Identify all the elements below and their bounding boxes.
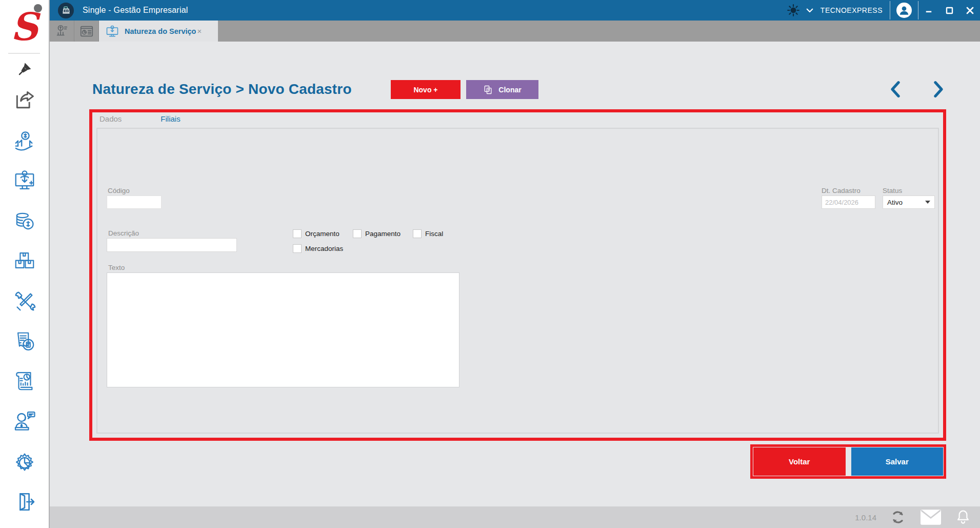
next-arrow-button[interactable] <box>930 81 947 98</box>
tab-filiais[interactable]: Filiais <box>161 114 180 123</box>
orcamento-checkbox-group: Orçamento <box>293 229 339 238</box>
texto-textarea[interactable] <box>107 272 459 387</box>
descricao-label: Descrição <box>108 229 139 237</box>
orcamento-checkbox[interactable] <box>293 229 302 238</box>
dropdown-caret-icon <box>925 201 930 204</box>
fiscal-label: Fiscal <box>425 230 443 238</box>
clone-icon <box>483 85 493 95</box>
sidebar: S <box>0 0 50 528</box>
version-label: 1.0.14 <box>855 513 876 522</box>
logo-dot <box>34 4 42 12</box>
maximize-button[interactable] <box>939 0 959 21</box>
pin-icon[interactable] <box>16 61 33 78</box>
chevron-down-icon[interactable] <box>803 0 816 21</box>
fiscal-checkbox[interactable] <box>413 229 422 238</box>
main-content: Natureza de Serviço > Novo Cadastro Novo… <box>50 42 980 506</box>
status-value: Ativo <box>887 199 903 206</box>
coins-icon[interactable] <box>13 210 36 232</box>
titlebar-right-cluster: TECNOEXPRESS <box>784 0 980 21</box>
share-icon[interactable] <box>13 88 36 112</box>
refresh-icon[interactable] <box>890 509 906 525</box>
tab-natureza-servico[interactable]: Natureza do Serviço × <box>99 21 218 42</box>
window-title: Single - Gestão Empresarial <box>83 6 188 15</box>
codigo-input[interactable] <box>107 195 162 209</box>
pagamento-checkbox-group: Pagamento <box>353 229 401 238</box>
panel-tabs: Dados Filiais <box>99 114 181 123</box>
footer-bar: 1.0.14 <box>50 506 980 528</box>
clonar-label: Clonar <box>498 86 521 94</box>
voltar-button[interactable]: Voltar <box>753 447 846 476</box>
bell-icon[interactable] <box>955 509 971 525</box>
tab-dados[interactable]: Dados <box>99 114 122 123</box>
action-buttons-panel: Voltar Salvar <box>750 444 946 479</box>
close-button[interactable] <box>959 0 980 21</box>
pagamento-label: Pagamento <box>365 230 401 238</box>
gear-chart-icon[interactable] <box>13 451 36 475</box>
theme-icon[interactable] <box>784 0 803 21</box>
application-window: S <box>0 0 980 528</box>
fiscal-checkbox-group: Fiscal <box>413 229 443 238</box>
mail-icon[interactable] <box>919 509 942 525</box>
page-title: Natureza de Serviço > Novo Cadastro <box>92 81 352 97</box>
prev-arrow-button[interactable] <box>887 81 904 98</box>
status-select[interactable]: Ativo <box>883 195 935 209</box>
title-bar: Single - Gestão Empresarial TECNOEXPRESS <box>50 0 980 21</box>
texto-label: Texto <box>108 264 125 271</box>
salvar-button[interactable]: Salvar <box>851 447 944 476</box>
company-name: TECNOEXPRESS <box>821 6 883 14</box>
sidebar-divider <box>8 53 40 54</box>
active-tab-label: Natureza do Serviço <box>125 27 196 35</box>
tab-close-icon[interactable]: × <box>197 27 202 35</box>
app-logo-icon <box>58 3 74 18</box>
tab-dashboard[interactable] <box>50 21 74 42</box>
report-scroll-icon[interactable] <box>13 369 36 393</box>
codigo-label: Código <box>108 187 130 194</box>
status-label: Status <box>883 187 902 194</box>
minimize-button[interactable] <box>918 0 939 21</box>
monitor-user-icon[interactable] <box>13 169 36 192</box>
mercadorias-checkbox[interactable] <box>293 244 302 253</box>
tab-list-view[interactable] <box>74 21 99 42</box>
form-panel: Dados Filiais Código Dt. Cadastro Status… <box>89 109 946 441</box>
support-agent-icon[interactable] <box>12 409 37 434</box>
tools-icon[interactable] <box>13 289 36 313</box>
dt-cadastro-input[interactable] <box>822 195 875 209</box>
orcamento-label: Orçamento <box>305 230 339 238</box>
revenue-hand-icon[interactable] <box>13 130 36 153</box>
panel-body: Código Dt. Cadastro Status Ativo Descriç… <box>96 128 939 434</box>
mercadorias-label: Mercadorias <box>305 245 343 252</box>
logout-icon[interactable] <box>13 490 36 514</box>
mercadorias-checkbox-group: Mercadorias <box>293 244 343 253</box>
pagamento-checkbox[interactable] <box>353 229 362 238</box>
single-logo[interactable]: S <box>6 5 43 48</box>
boxes-icon[interactable] <box>13 249 36 273</box>
descricao-input[interactable] <box>107 238 237 252</box>
monitor-user-tab-icon <box>105 24 119 38</box>
novo-button[interactable]: Novo + <box>391 80 461 99</box>
invoice-calc-icon[interactable] <box>13 330 36 354</box>
clonar-button[interactable]: Clonar <box>466 80 538 99</box>
titlebar-separator <box>890 1 890 19</box>
dt-cadastro-label: Dt. Cadastro <box>822 187 861 194</box>
tab-bar: Natureza do Serviço × <box>50 21 980 42</box>
user-avatar[interactable] <box>896 3 912 18</box>
logo-s-glyph: S <box>11 9 38 45</box>
titlebar-separator-2 <box>918 1 918 19</box>
